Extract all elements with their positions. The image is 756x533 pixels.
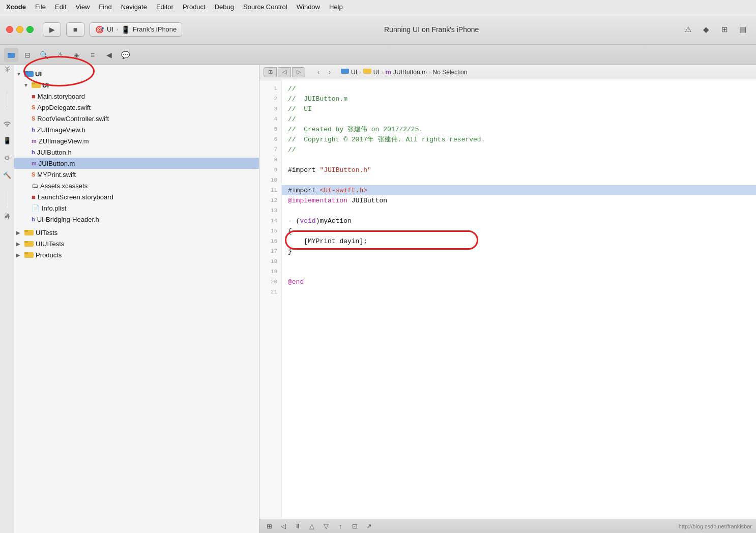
tree-item-main-storyboard-label: Main.storyboard xyxy=(38,93,85,100)
menubar-xcode[interactable]: Xcode xyxy=(6,3,26,11)
line-num-19: 19 xyxy=(259,266,281,277)
tree-item-bridging-header[interactable]: h UI-Bridging-Header.h xyxy=(14,214,259,225)
tree-item-rootvc-label: RootViewController.swift xyxy=(37,115,109,123)
tree-item-uiuitests[interactable]: ▶ UIUITests xyxy=(14,238,259,249)
minimize-button[interactable] xyxy=(16,26,23,33)
editor-version-btn[interactable]: ▷ xyxy=(292,67,305,77)
line-num-2: 2 xyxy=(259,94,281,104)
tree-item-assets-label: Assets.xcassets xyxy=(40,182,88,190)
bottom-pause-icon[interactable]: ⏸ xyxy=(292,521,303,532)
menubar-debug[interactable]: Debug xyxy=(215,3,234,11)
nav-test-icon[interactable]: ◈ xyxy=(69,48,83,62)
nav-breakpoint-icon[interactable]: ◀ xyxy=(102,48,116,62)
expand-arrow-2-icon: ▼ xyxy=(23,82,30,88)
menubar-help[interactable]: Help xyxy=(329,3,343,11)
tree-item-uitests[interactable]: ▶ UITests xyxy=(14,227,259,238)
menubar-edit[interactable]: Edit xyxy=(55,3,66,11)
tree-item-main-storyboard[interactable]: ■ Main.storyboard xyxy=(14,91,259,102)
menubar-navigate[interactable]: Navigate xyxy=(121,3,147,11)
play-button[interactable]: ▶ xyxy=(43,22,61,37)
breadcrumb-ui-icon xyxy=(341,68,349,76)
breadcrumb-selection-label: No Selection xyxy=(433,69,468,76)
stop-button[interactable]: ■ xyxy=(66,22,84,37)
breadcrumb-forward-btn[interactable]: › xyxy=(325,67,335,77)
menubar-view[interactable]: View xyxy=(75,3,90,11)
bottom-grid-icon[interactable]: ⊞ xyxy=(264,521,275,532)
code-line-15: { xyxy=(282,226,756,236)
svg-rect-12 xyxy=(341,69,349,74)
menubar-editor[interactable]: Editor xyxy=(156,3,173,11)
editor-standard-btn[interactable]: ⊞ xyxy=(264,67,277,77)
bookmark-icon: 标记 xyxy=(2,218,12,228)
close-button[interactable] xyxy=(6,26,13,33)
code-line-20: @end xyxy=(282,277,756,287)
tree-item-juibutton-m[interactable]: m JUIButton.m xyxy=(14,158,259,169)
tree-item-assets[interactable]: 🗂 Assets.xcassets xyxy=(14,180,259,191)
tree-item-products-label: Products xyxy=(36,251,62,259)
code-line-13 xyxy=(282,205,756,216)
code-line-1: // xyxy=(282,83,756,94)
breakpoints-icon-btn[interactable]: ◆ xyxy=(699,22,713,37)
nav-warning-icon[interactable]: ⚠ xyxy=(53,48,67,62)
svg-rect-7 xyxy=(24,230,28,232)
tree-item-ui-label: UI xyxy=(35,70,42,78)
tree-item-ui-root[interactable]: ▼ UI xyxy=(14,68,259,79)
tree-item-zuiimageview-h[interactable]: h ZUIImageView.h xyxy=(14,124,259,135)
tree-item-info-plist[interactable]: 📄 Info.plist xyxy=(14,202,259,214)
breadcrumb-back-btn[interactable]: ‹ xyxy=(313,67,324,77)
bottom-tiles-icon[interactable]: ⊡ xyxy=(349,521,360,532)
code-line-3: // UI xyxy=(282,104,756,114)
bottom-move-icon[interactable]: ↑ xyxy=(335,521,346,532)
environment-icon-btn[interactable]: ⊞ xyxy=(717,22,732,37)
svg-rect-9 xyxy=(24,241,28,243)
breadcrumb-ui2-segment[interactable]: UI xyxy=(363,68,380,76)
tree-item-products[interactable]: ▶ Products xyxy=(14,249,259,260)
bottom-down-icon[interactable]: ▽ xyxy=(321,521,332,532)
fullscreen-button[interactable] xyxy=(26,26,34,33)
plist-icon: 📄 xyxy=(32,204,40,212)
breadcrumb-selection-segment[interactable]: No Selection xyxy=(433,69,468,76)
bottom-share-icon[interactable]: ↗ xyxy=(363,521,374,532)
nav-symbol-icon[interactable]: 🔍 xyxy=(37,48,51,62)
bottom-up-icon[interactable]: △ xyxy=(306,521,317,532)
uitests-folder-icon xyxy=(24,228,34,237)
menubar-window[interactable]: Window xyxy=(297,3,320,11)
scheme-selector[interactable]: 🎯 UI › 📱 Frank's iPhone xyxy=(90,22,182,37)
tree-item-zuiimageview-m[interactable]: m ZUIImageView.m xyxy=(14,135,259,146)
tree-item-juibutton-h[interactable]: h JUIButton.h xyxy=(14,146,259,158)
line-num-13: 13 xyxy=(259,205,281,216)
menubar-file[interactable]: File xyxy=(35,3,46,11)
tree-item-launchscreen[interactable]: ■ LaunchScreen.storyboard xyxy=(14,191,259,202)
tree-item-ui-subgroup[interactable]: ▼ UI xyxy=(14,79,259,91)
menubar-source-control[interactable]: Source Control xyxy=(243,3,287,11)
traffic-lights xyxy=(6,26,34,33)
tree-item-appdelegate[interactable]: S AppDelegate.swift xyxy=(14,102,259,113)
nav-debug-icon[interactable]: ≡ xyxy=(85,48,100,62)
editor-assistant-btn[interactable]: ◁ xyxy=(278,67,291,77)
nav-source-icon[interactable]: ⊟ xyxy=(20,48,35,62)
menubar-find[interactable]: Find xyxy=(99,3,111,11)
tree-item-rootvc[interactable]: S RootViewController.swift xyxy=(14,113,259,124)
menubar-product[interactable]: Product xyxy=(183,3,206,11)
nav-log-icon[interactable]: 💬 xyxy=(118,48,132,62)
expand-arrow-icon: ▼ xyxy=(16,71,22,77)
ui-folder-icon xyxy=(24,70,34,78)
code-editor[interactable]: 1 2 3 4 5 6 7 8 9 10 11 12 13 14 15 16 1 xyxy=(259,79,756,519)
nav-folder-icon[interactable] xyxy=(4,48,18,62)
line-num-10: 10 xyxy=(259,175,281,185)
code-line-2: // JUIButton.m xyxy=(282,94,756,104)
header-icon-2: h xyxy=(32,149,35,155)
breadcrumb-file-segment[interactable]: m JUIButton.m xyxy=(385,68,427,76)
tree-item-myprint[interactable]: S MYPrint.swift xyxy=(14,169,259,180)
debug-icon-btn[interactable]: ▤ xyxy=(736,22,750,37)
settings-small-icon: ⚙ xyxy=(2,153,12,163)
line-num-3: 3 xyxy=(259,104,281,114)
line-num-12: 12 xyxy=(259,195,281,205)
code-lines[interactable]: // // JUIButton.m // UI // // Created by… xyxy=(282,79,756,519)
warning-icon-btn[interactable]: ⚠ xyxy=(681,22,695,37)
device-icon: 📱 xyxy=(121,25,130,34)
line-num-14: 14 xyxy=(259,216,281,226)
bottom-back-icon[interactable]: ◁ xyxy=(278,521,289,532)
navigator-bar: ⊟ 🔍 ⚠ ◈ ≡ ◀ 💬 xyxy=(0,45,756,65)
breadcrumb-ui-segment[interactable]: UI xyxy=(341,68,357,76)
